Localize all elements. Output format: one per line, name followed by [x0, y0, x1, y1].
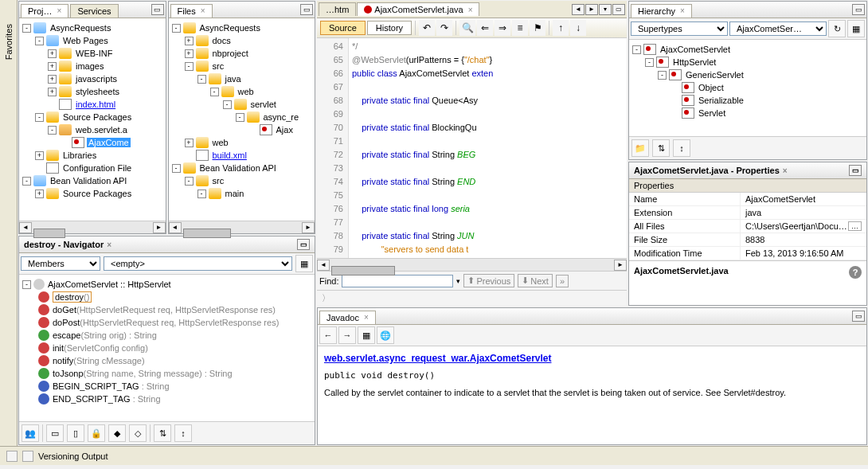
navigator-item[interactable]: init(ServletConfig config) — [38, 342, 311, 354]
tree-node[interactable]: +WEB-INF — [22, 47, 162, 60]
navigator-tree[interactable]: - AjaxCometServlet :: HttpServlet destro… — [19, 275, 315, 421]
code-area[interactable]: */@WebServlet(urlPatterns = {"/chat"}pub… — [349, 38, 627, 258]
tree-node[interactable]: +docs — [172, 34, 312, 47]
sort-alpha-icon[interactable]: ⇅ — [154, 424, 171, 442]
help-icon[interactable]: ? — [849, 266, 862, 279]
editor-tab-html[interactable]: …htm — [319, 2, 356, 16]
scroll-left-button[interactable]: ◄ — [19, 222, 32, 233]
find-more-button[interactable]: » — [556, 275, 569, 287]
expander-icon[interactable]: - — [172, 164, 181, 173]
expander-icon[interactable]: - — [185, 62, 194, 71]
find-selection-icon[interactable]: 🔍 — [459, 20, 475, 36]
navigator-item[interactable]: notify(String cMessage) — [38, 354, 311, 367]
find-input[interactable] — [342, 275, 453, 287]
expander-icon[interactable]: - — [22, 177, 31, 186]
expander-icon[interactable]: - — [223, 100, 232, 109]
scroll-thumb[interactable] — [33, 229, 65, 238]
expander-icon[interactable]: + — [35, 190, 44, 198]
show-fqn-icon[interactable]: 📁 — [631, 139, 649, 157]
show-fields-icon[interactable]: ▯ — [67, 424, 84, 442]
scroll-left-button[interactable]: ◄ — [317, 260, 330, 271]
tree-node[interactable]: -AsyncRequests — [22, 21, 162, 34]
tree-node[interactable]: -Bean Validation API — [22, 174, 162, 187]
status-icon[interactable] — [22, 451, 33, 462]
filter-icon[interactable]: 👥 — [22, 424, 39, 442]
next-bookmark-icon[interactable]: ↓ — [570, 20, 586, 36]
tree-node[interactable]: -async_re — [172, 111, 312, 123]
minimize-button[interactable]: ▭ — [852, 4, 865, 15]
minimize-button[interactable]: ▭ — [297, 239, 310, 250]
expander-icon[interactable]: + — [185, 139, 194, 147]
forward-icon[interactable]: ↷ — [436, 20, 452, 36]
find-expand-icon[interactable]: 〉 — [317, 290, 627, 306]
tree-node[interactable]: Configuration File — [22, 162, 162, 174]
scroll-right-button[interactable]: ► — [153, 222, 166, 233]
supertypes-combo[interactable]: Supertypes — [631, 21, 728, 36]
hierarchy-node[interactable]: -AjaxCometServlet — [632, 43, 863, 56]
tab-javadoc[interactable]: Javadoc× — [319, 311, 376, 324]
tree-node[interactable]: -java — [172, 72, 312, 85]
tree-node[interactable]: -src — [172, 60, 312, 72]
expander-icon[interactable]: - — [185, 177, 194, 186]
tree-node[interactable]: +images — [22, 60, 162, 72]
expander-icon[interactable]: - — [210, 88, 219, 96]
scrollbar-horizontal[interactable]: ◄ ► — [169, 221, 315, 233]
expander-icon[interactable]: - — [197, 75, 206, 84]
tree-node[interactable]: -AsyncRequests — [172, 21, 312, 34]
scroll-thumb[interactable] — [183, 229, 231, 238]
tree-node[interactable]: -servlet — [172, 98, 312, 111]
scrollbar-horizontal[interactable]: ◄ ► — [19, 221, 166, 233]
prev-bookmark-icon[interactable]: ↑ — [553, 20, 569, 36]
close-icon[interactable]: × — [57, 6, 62, 15]
class-combo[interactable]: AjaxCometSer… — [729, 21, 827, 36]
close-icon[interactable]: × — [107, 240, 111, 249]
hierarchy-tree[interactable]: -AjaxCometServlet-HttpServlet-GenericSer… — [629, 40, 866, 136]
status-text[interactable]: Versioning Output — [38, 451, 108, 461]
expander-icon[interactable]: + — [185, 37, 194, 45]
status-icon[interactable] — [6, 451, 18, 462]
minimize-button[interactable]: ▭ — [849, 165, 862, 176]
property-row[interactable]: File Size8838 — [629, 233, 866, 247]
tree-node[interactable]: Ajax — [172, 123, 312, 136]
navigator-item[interactable]: BEGIN_SCRIPT_TAG : String — [38, 380, 311, 393]
expander-icon[interactable]: - — [632, 45, 641, 54]
next-tab-button[interactable]: ► — [585, 4, 598, 15]
tree-node[interactable]: -main — [172, 187, 312, 200]
find-previous-button[interactable]: ⬆ Previous — [463, 274, 514, 287]
toggle-bookmark-icon[interactable]: ⚑ — [530, 20, 545, 36]
expander-icon[interactable]: - — [197, 190, 206, 198]
show-nonpublic-icon[interactable]: ◆ — [108, 424, 126, 442]
filter-combo[interactable]: <empty> — [104, 256, 292, 271]
show-fqn-icon[interactable]: ◇ — [129, 424, 147, 442]
back-icon[interactable]: ↶ — [419, 20, 435, 36]
find-prev-icon[interactable]: ⇐ — [477, 20, 493, 36]
javadoc-heading[interactable]: web.servlet.async_request_war.AjaxCometS… — [324, 353, 860, 364]
tab-projects[interactable]: Proj…× — [21, 4, 68, 18]
history-button[interactable]: History — [367, 21, 412, 35]
refresh-icon[interactable]: ↻ — [828, 20, 846, 37]
expander-icon[interactable]: - — [48, 126, 57, 135]
scroll-thumb[interactable] — [331, 266, 395, 276]
expander-icon[interactable]: + — [48, 88, 57, 96]
minimize-button[interactable]: ▭ — [300, 4, 313, 15]
close-icon[interactable]: × — [364, 313, 369, 322]
sort-icon[interactable]: ⇅ — [652, 139, 670, 157]
jdoc-icon[interactable]: ▦ — [847, 20, 865, 37]
expander-icon[interactable]: - — [236, 113, 244, 122]
navigator-item[interactable]: destroy() — [38, 291, 311, 303]
navigator-item[interactable]: toJsonp(String name, String message) : S… — [38, 367, 311, 380]
open-browser-icon[interactable]: 🌐 — [377, 326, 394, 344]
tab-services[interactable]: Services — [70, 4, 118, 18]
projects-tree[interactable]: -AsyncRequests-Web Pages+WEB-INF+images+… — [19, 18, 166, 221]
hierarchy-node[interactable]: Object — [632, 81, 863, 94]
editor-scrollbar-h[interactable]: ◄ ► — [317, 258, 627, 271]
source-button[interactable]: Source — [320, 21, 366, 35]
show-inherited-icon[interactable]: ▭ — [46, 424, 64, 442]
toggle-highlight-icon[interactable]: ≡ — [512, 20, 528, 36]
navigator-item[interactable]: END_SCRIPT_TAG : String — [38, 393, 311, 405]
navigator-item[interactable]: escape(String orig) : String — [38, 329, 311, 342]
find-next-button[interactable]: ⬇ Next — [518, 274, 553, 287]
expander-icon[interactable]: + — [35, 151, 44, 160]
property-row[interactable]: Extensionjava — [629, 206, 866, 220]
back-icon[interactable]: ← — [319, 326, 337, 344]
